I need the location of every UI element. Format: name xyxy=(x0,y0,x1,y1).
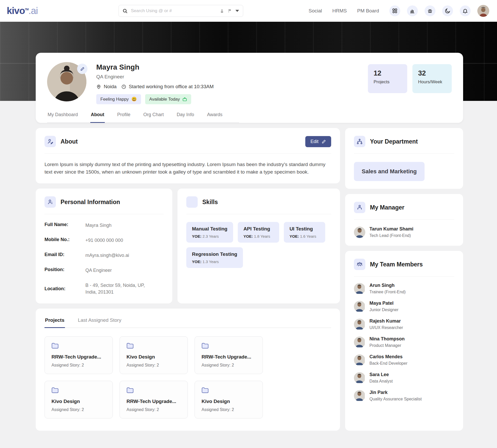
manager-role: Tech Lead (Front-End) xyxy=(369,233,413,238)
brand-suffix: .ai xyxy=(28,5,38,16)
member-avatar xyxy=(354,301,365,312)
team-member-row[interactable]: Maya PatelJunior Designer xyxy=(354,301,454,312)
field-value: B - 49, Sector 59, Noida, UP, India, 201… xyxy=(85,282,145,295)
team-member-row[interactable]: Sara LeeData Analyst xyxy=(354,372,454,384)
manager-row[interactable]: Tarun Kumar Shami Tech Lead (Front-End) xyxy=(354,226,454,238)
about-user-edit-icon xyxy=(44,136,56,147)
field-label: Email ID: xyxy=(44,252,85,259)
brand-tm: TM xyxy=(25,8,28,11)
department-title: Your Department xyxy=(370,138,418,145)
member-name: Sara Lee xyxy=(369,372,393,377)
field-value: Mayra Singh xyxy=(85,222,164,229)
stat-projects-value: 12 xyxy=(374,69,402,77)
mood-badge-label: Feeling Happy xyxy=(100,97,129,102)
skill-chip: UI Testing YOE: 1.6 Years xyxy=(284,222,325,243)
project-title: RRW-Tech Upgrade... xyxy=(127,399,181,404)
smiley-emoji-icon: 😃 xyxy=(131,96,137,102)
nav-link-hrms[interactable]: HRMS xyxy=(332,8,347,14)
member-role: UI/UX Researcher xyxy=(369,325,403,330)
nav-link-social[interactable]: Social xyxy=(309,8,322,14)
project-title: RRW-Tech Upgrade... xyxy=(202,354,256,360)
member-role: Junior Designer xyxy=(369,308,398,312)
notifications-button[interactable] xyxy=(460,5,471,16)
field-label: Location: xyxy=(44,286,85,292)
apps-grid-button[interactable] xyxy=(389,5,400,16)
tab-awards[interactable]: Awards xyxy=(206,112,223,122)
manager-card: My Manager Tarun Kumar Shami Tech Lead (… xyxy=(345,194,463,246)
folder-icon xyxy=(51,387,59,393)
edit-about-button[interactable]: Edit xyxy=(305,136,331,147)
member-role: Product Manager xyxy=(369,343,405,348)
skill-yoe-value: 1.8 Years xyxy=(254,234,270,238)
project-title: Kivo Design xyxy=(127,354,181,360)
clock-icon xyxy=(121,84,126,89)
skill-name: UI Testing xyxy=(290,226,320,232)
project-card[interactable]: Kivo Design Assigned Story: 2 xyxy=(195,381,263,419)
edit-about-label: Edit xyxy=(310,139,318,144)
nav-link-pm-board[interactable]: PM Board xyxy=(357,8,379,14)
availability-badge: Available Today xyxy=(145,94,191,104)
field-email: Email ID: mAyra.singh@kivo.ai xyxy=(44,252,164,259)
team-member-row[interactable]: Rajesh KumarUI/UX Researcher xyxy=(354,318,454,330)
folder-icon xyxy=(127,387,134,393)
field-label: Position: xyxy=(44,267,85,274)
field-value: +91 0000 000 000 xyxy=(85,237,164,244)
skill-yoe-value: 1.3 Years xyxy=(203,259,219,264)
location-pin-icon xyxy=(96,84,101,89)
member-avatar xyxy=(354,390,365,401)
project-title: RRW-Tech Upgrade... xyxy=(51,354,106,360)
about-title: About xyxy=(61,138,78,145)
team-member-row[interactable]: Carlos MendesBack-End Developer xyxy=(354,354,454,366)
project-subtitle: Assigned Story: 2 xyxy=(127,363,181,368)
skills-card: Skills Manual Testing YOE: 2.3 Years API… xyxy=(177,189,340,303)
project-title: Kivo Design xyxy=(202,399,256,404)
profile-name: Mayra Singh xyxy=(96,63,214,71)
project-card[interactable]: Kivo Design Assigned Story: 2 xyxy=(44,381,113,419)
edit-photo-button[interactable] xyxy=(77,64,87,74)
project-card[interactable]: RRW-Tech Upgrade... Assigned Story: 2 xyxy=(120,381,188,419)
team-member-row[interactable]: Jin ParkQuality Assurance Specialist xyxy=(354,390,454,401)
user-avatar[interactable] xyxy=(477,5,489,17)
personal-info-icon xyxy=(44,196,56,208)
tab-day-info[interactable]: Day Info xyxy=(176,112,195,122)
analytics-button[interactable] xyxy=(407,5,418,16)
member-name: Carlos Mendes xyxy=(369,354,407,360)
search-dropdown-caret-icon[interactable] xyxy=(235,10,239,12)
folder-icon xyxy=(51,343,59,349)
skill-name: Manual Testing xyxy=(192,226,227,232)
mention-user-icon[interactable] xyxy=(220,9,224,13)
team-title: My Team Members xyxy=(370,261,423,268)
team-member-row[interactable]: Arun SinghTrainee (Front-End) xyxy=(354,283,454,294)
skill-yoe-label: YOE: xyxy=(290,234,299,238)
member-avatar xyxy=(354,319,365,330)
project-card[interactable]: RRW-Tech Upgrade... Assigned Story: 2 xyxy=(44,336,113,374)
skill-yoe-label: YOE: xyxy=(192,259,202,264)
project-card[interactable]: Kivo Design Assigned Story: 2 xyxy=(120,336,188,374)
skill-yoe-label: YOE: xyxy=(243,234,253,238)
dark-mode-button[interactable] xyxy=(442,5,453,16)
field-label: Full Name: xyxy=(44,222,85,229)
global-search[interactable] xyxy=(118,5,243,17)
tab-profile[interactable]: Profile xyxy=(117,112,131,122)
team-card: My Team Members Arun SinghTrainee (Front… xyxy=(345,251,463,431)
tab-projects[interactable]: Projects xyxy=(44,316,65,328)
flag-filter-icon[interactable] xyxy=(227,9,232,13)
availability-badge-label: Available Today xyxy=(149,97,180,102)
tab-org-chart[interactable]: Org Chart xyxy=(143,112,164,122)
brand-logo[interactable]: kivoTM.ai xyxy=(7,5,38,16)
project-card[interactable]: RRW-Tech Upgrade... Assigned Story: 2 xyxy=(195,336,263,374)
project-subtitle: Assigned Story: 2 xyxy=(51,363,106,368)
about-card: About Edit Lorem Ipsum is simply dummy t… xyxy=(36,128,340,183)
tab-about[interactable]: About xyxy=(90,112,105,123)
tab-my-dashboard[interactable]: My Dashboard xyxy=(47,112,78,122)
projects-tabs: Projects Last Assigned Story xyxy=(44,316,331,328)
manager-icon xyxy=(354,202,365,213)
tab-last-assigned-story[interactable]: Last Assigned Story xyxy=(77,316,122,327)
top-navbar: kivoTM.ai Social HRMS PM Board xyxy=(0,0,497,22)
briefcase-icon xyxy=(182,97,187,102)
bug-report-button[interactable] xyxy=(425,5,435,16)
team-member-row[interactable]: Nina ThompsonProduct Manager xyxy=(354,336,454,348)
profile-role: QA Engineer xyxy=(96,74,214,80)
member-role: Quality Assurance Specialist xyxy=(369,397,422,401)
search-input[interactable] xyxy=(131,8,217,13)
